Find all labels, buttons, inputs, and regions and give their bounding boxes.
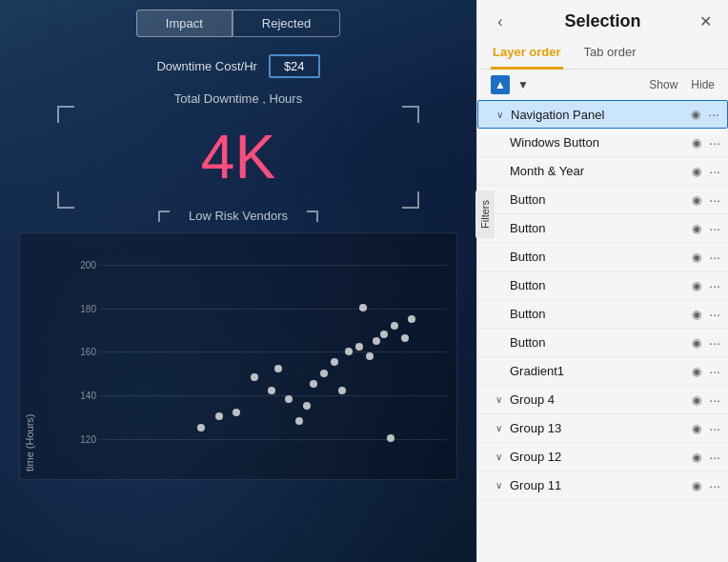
layer-item[interactable]: ∨Group 12◉··· [477,443,728,472]
layer-options-button[interactable]: ··· [709,135,720,151]
layer-visibility-icon[interactable]: ◉ [688,451,705,464]
layer-chevron-icon [491,335,506,351]
layer-visibility-icon[interactable]: ◉ [688,136,705,150]
layer-options-button[interactable]: ··· [709,221,720,236]
layer-item[interactable]: Button◉··· [477,271,728,300]
cost-label: Downtime Cost/Hr [156,59,256,73]
scatter-dot [380,331,388,338]
layer-visibility-icon[interactable]: ◉ [688,222,705,235]
layer-chevron-icon [491,164,506,179]
scatter-dot [310,380,317,388]
cost-row: Downtime Cost/Hr $24 [0,54,476,78]
layer-options-button[interactable]: ··· [709,364,720,379]
close-button[interactable]: ✕ [696,12,715,31]
scatter-dot [401,334,409,342]
selection-title: Selection [564,11,640,31]
layer-actions: ◉··· [688,192,720,208]
layer-actions: ◉··· [688,335,720,351]
layer-options-button[interactable]: ··· [709,192,720,208]
layer-options-button[interactable]: ··· [709,278,720,293]
layer-visibility-icon[interactable]: ◉ [688,193,705,207]
tab-bar: Impact Rejected [0,0,476,47]
layer-options-button[interactable]: ··· [709,335,720,351]
layer-item[interactable]: ∨Navigation Panel◉··· [477,100,728,129]
layer-options-button[interactable]: ··· [709,450,720,465]
scatter-dot [285,395,293,403]
layer-chevron-icon [491,250,506,265]
layer-item[interactable]: Gradient1◉··· [477,357,728,386]
layer-item[interactable]: Button◉··· [477,329,728,357]
back-button[interactable]: ‹ [491,12,510,31]
layer-visibility-icon[interactable]: ◉ [688,308,705,321]
tab-impact[interactable]: Impact [136,10,233,37]
left-panel: Impact Rejected Downtime Cost/Hr $24 Tot… [0,0,476,562]
layer-name: Button [510,250,688,264]
hide-label: Hide [691,78,715,91]
layer-visibility-icon[interactable]: ◉ [687,108,704,121]
layer-name: Gradient1 [510,364,688,378]
layer-item[interactable]: ∨Group 13◉··· [477,414,728,443]
layer-visibility-icon[interactable]: ◉ [688,479,705,492]
show-label: Show [649,78,677,91]
scatter-dot [320,370,328,377]
bracket-bottom-right [402,191,419,209]
layer-actions: ◉··· [688,392,720,408]
vendors-row: Low Risk Vendors [0,209,476,223]
layer-item[interactable]: Month & Year◉··· [477,157,728,186]
order-tabs: Layer order Tab order [477,39,728,70]
layer-visibility-icon[interactable]: ◉ [688,422,705,435]
layer-options-button[interactable]: ··· [708,107,719,122]
layer-chevron-icon: ∨ [491,392,506,408]
sort-up-button[interactable]: ▲ [491,75,510,94]
vendors-bracket-tr [307,211,318,222]
layer-item[interactable]: ∨Group 4◉··· [477,386,728,414]
sort-row: ▲ ▼ Show Hide [477,70,728,100]
layer-name: Button [510,278,688,292]
layer-item[interactable]: Button◉··· [477,214,728,243]
layer-name: Month & Year [510,164,688,178]
scatter-dot [373,337,380,345]
layer-options-button[interactable]: ··· [709,421,720,436]
tab-rejected[interactable]: Rejected [233,10,340,37]
layer-visibility-icon[interactable]: ◉ [688,365,705,378]
sort-down-button[interactable]: ▼ [514,75,533,94]
tab-layer-order[interactable]: Layer order [491,39,563,70]
scatter-dot [251,373,258,381]
tab-tab-order[interactable]: Tab order [582,39,638,70]
layer-chevron-icon: ∨ [491,450,506,465]
layer-chevron-icon [491,307,506,322]
bracket-row-bottom [0,191,476,209]
big-number: 4K [0,127,476,188]
layer-visibility-icon[interactable]: ◉ [688,251,705,264]
scatter-dot [303,402,311,410]
layer-options-button[interactable]: ··· [709,164,720,179]
layer-name: Button [510,307,688,321]
filters-tab[interactable]: Filters [475,191,495,238]
layer-actions: ◉··· [688,135,720,151]
right-panel: ‹ Selection ✕ Layer order Tab order ▲ ▼ … [476,0,728,562]
scatter-dot [366,352,374,360]
layer-item[interactable]: Button◉··· [477,243,728,271]
layer-actions: ◉··· [688,421,720,436]
layer-visibility-icon[interactable]: ◉ [688,393,705,407]
layer-options-button[interactable]: ··· [709,250,720,265]
layer-visibility-icon[interactable]: ◉ [688,279,705,292]
layer-options-button[interactable]: ··· [709,392,720,408]
layer-item[interactable]: Windows Button◉··· [477,129,728,157]
layer-name: Group 4 [510,392,688,407]
scatter-dot [338,387,346,394]
layer-item[interactable]: Button◉··· [477,186,728,214]
scatter-dot [295,417,303,425]
layer-visibility-icon[interactable]: ◉ [688,336,705,350]
y-axis-label: time (Hours) [20,233,39,479]
layer-item[interactable]: ∨Group 11◉··· [477,472,728,500]
layer-item[interactable]: Button◉··· [477,300,728,329]
layer-name: Button [510,192,688,207]
layer-options-button[interactable]: ··· [709,478,720,493]
y-tick-label: 140 [70,391,96,401]
layer-options-button[interactable]: ··· [709,307,720,322]
vendors-label: Low Risk Vendors [189,209,288,223]
bracket-bottom-left [57,191,74,209]
layer-chevron-icon: ∨ [491,478,506,493]
layer-visibility-icon[interactable]: ◉ [688,165,705,178]
